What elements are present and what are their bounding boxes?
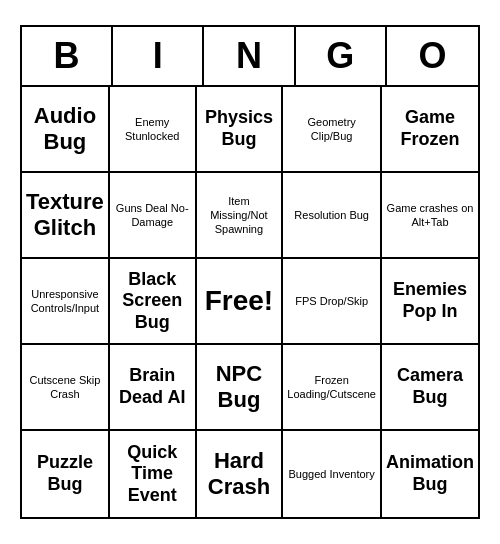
bingo-cell[interactable]: Quick Time Event — [110, 431, 197, 517]
bingo-cell[interactable]: Bugged Inventory — [283, 431, 382, 517]
bingo-cell[interactable]: Item Missing/Not Spawning — [197, 173, 284, 259]
bingo-cell[interactable]: Geometry Clip/Bug — [283, 87, 382, 173]
bingo-cell[interactable]: Physics Bug — [197, 87, 284, 173]
bingo-cell[interactable]: Animation Bug — [382, 431, 478, 517]
cell-label: Physics Bug — [201, 107, 278, 150]
bingo-letter: N — [204, 27, 295, 85]
bingo-cell[interactable]: Game crashes on Alt+Tab — [382, 173, 478, 259]
cell-label: Quick Time Event — [114, 442, 191, 507]
cell-label: Puzzle Bug — [26, 452, 104, 495]
bingo-cell[interactable]: Camera Bug — [382, 345, 478, 431]
bingo-card: BINGO Audio BugEnemy StunlockedPhysics B… — [20, 25, 480, 519]
cell-label: Free! — [205, 283, 273, 319]
cell-label: Camera Bug — [386, 365, 474, 408]
cell-label: Guns Deal No-Damage — [114, 201, 191, 230]
cell-label: Frozen Loading/Cutscene — [287, 373, 376, 402]
cell-label: Bugged Inventory — [289, 467, 375, 481]
cell-label: Enemies Pop In — [386, 279, 474, 322]
cell-label: Brain Dead AI — [114, 365, 191, 408]
cell-label: Texture Glitch — [26, 189, 104, 242]
bingo-cell[interactable]: Texture Glitch — [22, 173, 110, 259]
cell-label: Resolution Bug — [294, 208, 369, 222]
bingo-cell[interactable]: Unresponsive Controls/Input — [22, 259, 110, 345]
cell-label: FPS Drop/Skip — [295, 294, 368, 308]
bingo-cell[interactable]: Game Frozen — [382, 87, 478, 173]
bingo-letter: I — [113, 27, 204, 85]
cell-label: Black Screen Bug — [114, 269, 191, 334]
cell-label: Hard Crash — [201, 448, 278, 501]
bingo-cell[interactable]: FPS Drop/Skip — [283, 259, 382, 345]
bingo-cell[interactable]: Black Screen Bug — [110, 259, 197, 345]
bingo-letter: O — [387, 27, 478, 85]
bingo-cell[interactable]: Resolution Bug — [283, 173, 382, 259]
bingo-cell[interactable]: Free! — [197, 259, 284, 345]
cell-label: Game crashes on Alt+Tab — [386, 201, 474, 230]
cell-label: Geometry Clip/Bug — [287, 115, 376, 144]
bingo-letter: B — [22, 27, 113, 85]
bingo-cell[interactable]: Cutscene Skip Crash — [22, 345, 110, 431]
bingo-cell[interactable]: NPC Bug — [197, 345, 284, 431]
bingo-cell[interactable]: Brain Dead AI — [110, 345, 197, 431]
bingo-cell[interactable]: Audio Bug — [22, 87, 110, 173]
bingo-cell[interactable]: Frozen Loading/Cutscene — [283, 345, 382, 431]
cell-label: Item Missing/Not Spawning — [201, 194, 278, 237]
bingo-cell[interactable]: Enemy Stunlocked — [110, 87, 197, 173]
cell-label: Audio Bug — [26, 103, 104, 156]
bingo-cell[interactable]: Enemies Pop In — [382, 259, 478, 345]
bingo-grid: Audio BugEnemy StunlockedPhysics BugGeom… — [22, 87, 478, 517]
cell-label: Animation Bug — [386, 452, 474, 495]
bingo-header: BINGO — [22, 27, 478, 87]
cell-label: NPC Bug — [201, 361, 278, 414]
cell-label: Cutscene Skip Crash — [26, 373, 104, 402]
bingo-cell[interactable]: Guns Deal No-Damage — [110, 173, 197, 259]
cell-label: Game Frozen — [386, 107, 474, 150]
bingo-cell[interactable]: Hard Crash — [197, 431, 284, 517]
cell-label: Unresponsive Controls/Input — [26, 287, 104, 316]
bingo-letter: G — [296, 27, 387, 85]
bingo-cell[interactable]: Puzzle Bug — [22, 431, 110, 517]
cell-label: Enemy Stunlocked — [114, 115, 191, 144]
